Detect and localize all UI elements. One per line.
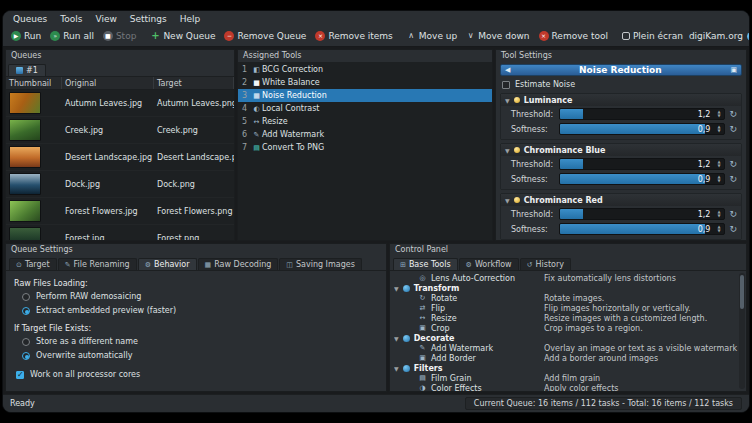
spinbox-arrows-icon[interactable] [714, 124, 723, 134]
move-down-button[interactable]: ∨ Move down [462, 29, 533, 43]
tree-item-crop[interactable]: ▣ Crop Crop images to a region. [394, 323, 738, 333]
move-up-button[interactable]: ∧ Move up [403, 29, 461, 43]
column-target[interactable]: Target [154, 77, 234, 89]
reset-icon[interactable]: ↻ [729, 209, 737, 219]
tree-item-resize[interactable]: ↔ Resize Resize images with a customized… [394, 313, 738, 323]
threshold-label: Threshold: [511, 210, 555, 219]
column-thumbnail[interactable]: Thumbnail [6, 77, 62, 89]
reset-icon[interactable]: ↻ [729, 224, 737, 234]
tool-row-white-balance[interactable]: 2 ■ White Balance [238, 76, 492, 89]
option-all-processor-cores[interactable]: Work on all processor cores [16, 370, 378, 379]
option-overwrite-automatically[interactable]: Overwrite automatically [22, 351, 378, 360]
spinbox-arrows-icon[interactable] [714, 209, 723, 219]
spinbox-arrows-icon[interactable] [714, 174, 723, 184]
remove-queue-button[interactable]: − Remove Queue [220, 29, 310, 43]
tool-row-bcg-correction[interactable]: 1 ◧ BCG Correction [238, 63, 492, 76]
tree-item-film-grain[interactable]: ▤ Film Grain Add film grain [394, 373, 738, 383]
tab-saving-images[interactable]: ◫ Saving Images [279, 258, 361, 270]
tree-group-filters[interactable]: ▼ Filters [394, 363, 738, 373]
queue-row-autumn-leaves[interactable]: Autumn Leaves.jpg Autumn Leaves.png [6, 90, 234, 117]
new-queue-button[interactable]: + New Queue [146, 29, 219, 43]
estimate-noise-checkbox[interactable] [502, 81, 510, 89]
option-extract-embedded-preview[interactable]: Extract embedded preview (faster) [22, 306, 378, 315]
stop-button[interactable]: ■ Stop [99, 29, 140, 43]
queue-row-forest[interactable]: Forest.jpg Forest.png [6, 225, 234, 240]
tool-row-local-contrast[interactable]: 4 ◐ Local Contrast [238, 102, 492, 115]
luminance-softness-slider[interactable]: 0,9 [559, 123, 725, 135]
checkbox-icon[interactable] [16, 371, 24, 379]
queue-tab-1[interactable]: #1 [8, 64, 46, 76]
luminance-section-header[interactable]: ▼ Luminance [501, 94, 741, 106]
digikam-org-link[interactable]: digiKam.org [689, 31, 750, 41]
remove-items-button[interactable]: × Remove items [311, 29, 396, 43]
collapse-arrow-icon: ▼ [505, 97, 510, 104]
softness-label: Softness: [511, 125, 555, 134]
spinbox-arrows-icon[interactable] [714, 159, 723, 169]
queue-status: Current Queue: 16 items / 112 tasks - To… [465, 397, 742, 410]
queue-row-forest-flowers[interactable]: Forest Flowers.jpg Forest Flowers.png [6, 198, 234, 225]
luminance-threshold-slider[interactable]: 1,2 [559, 108, 725, 120]
menu-tools[interactable]: Tools [54, 13, 88, 25]
target-cell: Autumn Leaves.png [154, 99, 234, 108]
tab-base-tools[interactable]: ⊞ Base Tools [393, 258, 458, 270]
menu-view[interactable]: View [89, 13, 122, 25]
tree-group-decorate[interactable]: ▼ Decorate [394, 333, 738, 343]
remove-queue-icon: − [224, 31, 234, 41]
queue-row-dock[interactable]: Dock.jpg Dock.png [6, 171, 234, 198]
radio-icon[interactable] [22, 338, 30, 346]
queue-row-creek[interactable]: Creek.jpg Creek.png [6, 117, 234, 144]
run-all-button[interactable]: » Run all [46, 29, 98, 43]
tool-row-resize[interactable]: 5 ↔ Resize [238, 115, 492, 128]
tab-history[interactable]: ↺ History [520, 258, 571, 270]
tree-item-color-effects[interactable]: ◑ Color Effects Apply color effects [394, 383, 738, 391]
softness-label: Softness: [511, 175, 555, 184]
scrollbar[interactable] [739, 273, 745, 389]
scrollbar-thumb[interactable] [740, 275, 744, 309]
tree-item-rotate[interactable]: ↻ Rotate Rotate images. [394, 293, 738, 303]
chrominance-red-threshold-slider[interactable]: 1,2 [559, 208, 725, 220]
tab-file-renaming[interactable]: ✎ File Renaming [58, 258, 137, 270]
option-store-different-name[interactable]: Store as a different name [22, 337, 378, 346]
tab-behavior[interactable]: ⚙ Behavior [138, 258, 197, 270]
chrominance-blue-section-header[interactable]: ▼ Chrominance Blue [501, 144, 741, 156]
menu-help[interactable]: Help [174, 13, 207, 25]
tree-item-add-watermark[interactable]: ✎ Add Watermark Overlay an image or text… [394, 343, 738, 353]
chrominance-red-softness-slider[interactable]: 0,9 [559, 223, 725, 235]
menu-settings[interactable]: Settings [124, 13, 173, 25]
tree-item-flip[interactable]: ⇄ Flip Flip images horizontally or verti… [394, 303, 738, 313]
radio-icon[interactable] [22, 307, 30, 315]
tab-raw-decoding[interactable]: ▦ Raw Decoding [198, 258, 279, 270]
radio-icon[interactable] [22, 352, 30, 360]
tree-item-lens-auto-correction[interactable]: ◎ Lens Auto-Correction Fix automatically… [394, 273, 738, 283]
fullscreen-button[interactable]: Plein écran [618, 29, 687, 43]
spinbox-arrows-icon[interactable] [714, 109, 723, 119]
radio-icon[interactable] [22, 293, 30, 301]
reset-icon[interactable]: ↻ [729, 159, 737, 169]
reset-icon[interactable]: ↻ [729, 109, 737, 119]
remove-tool-button[interactable]: × Remove tool [535, 29, 612, 43]
tab-workflow[interactable]: ⚙ Workflow [459, 258, 519, 270]
reset-icon[interactable]: ↻ [729, 174, 737, 184]
tool-row-add-watermark[interactable]: 6 ✎ Add Watermark [238, 128, 492, 141]
tree-group-transform[interactable]: ▼ Transform [394, 283, 738, 293]
menu-queues[interactable]: Queues [7, 13, 53, 25]
tree-item-add-border[interactable]: ▣ Add Border Add a border around images [394, 353, 738, 363]
spinbox-arrows-icon[interactable] [714, 224, 723, 234]
column-original[interactable]: Original [62, 77, 154, 89]
status-ready: Ready [10, 399, 35, 408]
white-balance-icon: ■ [251, 79, 262, 87]
tab-target[interactable]: ⊙ Target [9, 258, 57, 270]
tool-menu-icon[interactable]: ▣ [730, 66, 737, 74]
chrominance-blue-softness-slider[interactable]: 0,9 [559, 173, 725, 185]
option-perform-raw-demosaicing[interactable]: Perform RAW demosaicing [22, 292, 378, 301]
queue-row-desert-landscape[interactable]: Desert Landscape.jpg Desert Landscape.pn… [6, 144, 234, 171]
reset-icon[interactable]: ↻ [729, 124, 737, 134]
tool-settings-title: Tool Settings [496, 50, 746, 62]
tool-row-noise-reduction[interactable]: 3 ▦ Noise Reduction [238, 89, 492, 102]
tree-item-label: Film Grain [431, 374, 471, 383]
tree-item-desc: Flip images horizontally or vertically. [544, 304, 738, 313]
chrominance-blue-threshold-slider[interactable]: 1,2 [559, 158, 725, 170]
chrominance-red-section-header[interactable]: ▼ Chrominance Red [501, 194, 741, 206]
run-button[interactable]: ▶ Run [7, 29, 45, 43]
tool-row-convert-to-png[interactable]: 7 ▤ Convert To PNG [238, 141, 492, 154]
